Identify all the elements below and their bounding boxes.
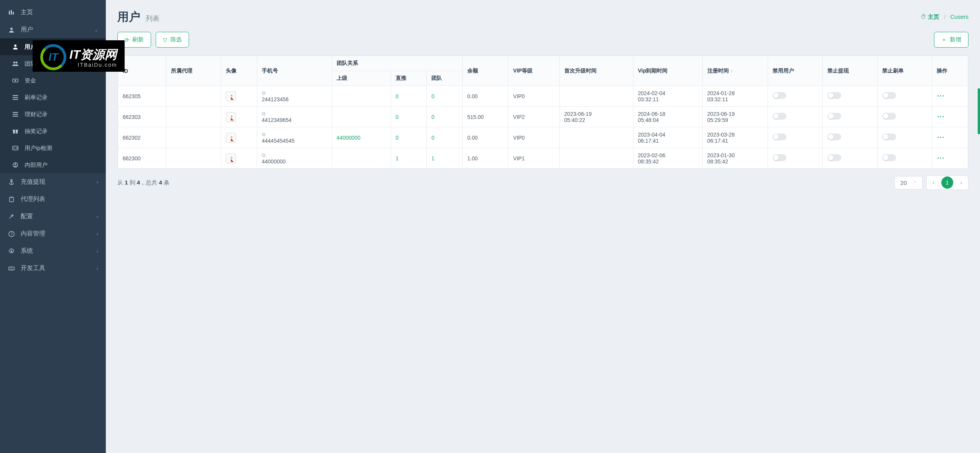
sidebar-item-label: 配置: [21, 212, 97, 221]
sidebar-item-label: 充值提现: [21, 178, 97, 186]
avatar-placeholder-icon: [226, 112, 236, 122]
svg-rect-2: [13, 12, 14, 15]
svg-point-4: [14, 44, 16, 47]
sidebar-subitem-1-5[interactable]: 抽奖记录: [0, 123, 106, 140]
col-balance[interactable]: 余额: [462, 56, 508, 86]
col-phone[interactable]: 手机号: [257, 56, 332, 86]
sidebar-item-7[interactable]: 开发工具‹: [0, 260, 106, 277]
col-vip[interactable]: VIP等级: [508, 56, 559, 86]
sidebar-item-2[interactable]: 充值提现‹: [0, 173, 106, 191]
toggle-ban-order[interactable]: [882, 113, 896, 120]
toggle-ban-order[interactable]: [882, 154, 896, 161]
col-vip-expire[interactable]: Vip到期时间: [633, 56, 702, 86]
toggle-ban-user[interactable]: [773, 154, 786, 161]
parent-link[interactable]: 44000000: [337, 135, 360, 141]
toggle-ban-withdraw[interactable]: [827, 133, 841, 140]
sidebar-item-3[interactable]: 代理列表: [0, 191, 106, 208]
col-direct[interactable]: 直推: [391, 71, 426, 86]
cell-balance: 1.00: [462, 148, 508, 169]
more-actions-button[interactable]: ⋮: [937, 134, 945, 140]
cell-ban-withdraw: [822, 107, 877, 127]
dashboard-icon: ⏱: [921, 13, 926, 20]
chevron-left-icon: ‹: [97, 249, 98, 254]
cell-agent: [166, 127, 221, 148]
sidebar-subitem-1-7[interactable]: 内部用户: [0, 156, 106, 173]
cell-op: ⋮: [932, 127, 968, 148]
col-parent[interactable]: 上级: [332, 71, 391, 86]
sidebar-item-label: 主页: [21, 8, 98, 16]
page-next-button[interactable]: ›: [954, 176, 968, 189]
toggle-ban-user[interactable]: [773, 133, 786, 140]
cell-first-upgrade: [559, 148, 633, 169]
cell-id: 662300: [118, 148, 166, 169]
copy-icon[interactable]: ⧉: [262, 152, 265, 158]
svg-rect-18: [13, 146, 18, 150]
cell-reg-time: 2023-01-3008:35:42: [702, 148, 768, 169]
more-actions-button[interactable]: ⋮: [937, 113, 945, 119]
page-prev-button[interactable]: ‹: [927, 176, 941, 189]
chevron-left-icon: ‹: [97, 180, 98, 185]
cell-team: 0: [427, 127, 462, 148]
sidebar-item-0[interactable]: 主页: [0, 4, 106, 21]
col-ban-user[interactable]: 禁用用户: [768, 56, 822, 86]
toggle-ban-order[interactable]: [882, 92, 896, 99]
sidebar-item-6[interactable]: 系统‹: [0, 242, 106, 260]
col-op: 操作: [932, 56, 968, 86]
add-button[interactable]: ＋ 新增: [934, 32, 968, 48]
sidebar-item-4[interactable]: 配置‹: [0, 208, 106, 225]
wrench-icon: [8, 213, 15, 221]
col-id[interactable]: ID: [118, 56, 166, 86]
col-agent[interactable]: 所属代理: [166, 56, 221, 86]
filter-icon: ▽: [163, 37, 167, 43]
add-label: 新增: [950, 36, 961, 43]
sidebar-subitem-1-2[interactable]: 资金: [0, 72, 106, 89]
toggle-ban-withdraw[interactable]: [827, 154, 841, 161]
sidebar-subitem-1-4[interactable]: 理财记录: [0, 106, 106, 123]
col-team[interactable]: 团队: [427, 71, 462, 86]
copy-icon[interactable]: ⧉: [262, 111, 265, 117]
avatar-placeholder-icon: [226, 153, 236, 163]
cell-id: 662305: [118, 86, 166, 107]
toggle-ban-withdraw[interactable]: [827, 113, 841, 120]
toggle-ban-withdraw[interactable]: [827, 92, 841, 99]
users-icon: [12, 60, 19, 68]
user-icon: [12, 43, 19, 51]
copy-icon[interactable]: ⧉: [262, 90, 265, 96]
cell-ban-withdraw: [822, 148, 877, 169]
sidebar-item-1[interactable]: 用户⌄: [0, 21, 106, 38]
more-actions-button[interactable]: ⋮: [937, 155, 945, 161]
col-ban-withdraw[interactable]: 禁止提现: [822, 56, 877, 86]
anchor-icon: [8, 178, 15, 186]
copy-icon[interactable]: ⧉: [262, 132, 265, 138]
breadcrumb-current[interactable]: Cusers: [950, 13, 968, 20]
svg-rect-38: [10, 269, 13, 269]
page-number-button[interactable]: 1: [941, 176, 954, 189]
toggle-ban-user[interactable]: [773, 113, 786, 120]
sidebar-item-label: 抽奖记录: [25, 128, 98, 135]
sidebar-subitem-1-3[interactable]: 刷单记录: [0, 89, 106, 106]
cell-agent: [166, 148, 221, 169]
cell-avatar: [221, 148, 257, 169]
breadcrumb-home[interactable]: 主页: [928, 13, 939, 20]
col-reg-time[interactable]: 注册时间↑: [702, 56, 768, 86]
sidebar-subitem-1-6[interactable]: 用户ip检测: [0, 140, 106, 156]
filter-button[interactable]: ▽ 筛选: [156, 32, 189, 48]
col-avatar[interactable]: 头像: [221, 56, 257, 86]
more-actions-button[interactable]: ⋮: [937, 92, 945, 99]
col-ban-order[interactable]: 禁止刷单: [877, 56, 932, 86]
id-icon: [12, 144, 19, 152]
sidebar-item-5[interactable]: ?内容管理‹: [0, 225, 106, 242]
svg-rect-12: [13, 112, 18, 113]
page-size-select[interactable]: 20 ⌃: [894, 176, 922, 189]
toggle-ban-order[interactable]: [882, 133, 896, 140]
cell-phone: ⧉244123456: [257, 86, 332, 107]
col-first-upgrade[interactable]: 首次升级时间: [559, 56, 633, 86]
list-icon: [12, 110, 19, 118]
toggle-ban-user[interactable]: [773, 92, 786, 99]
avatar-placeholder-icon: [226, 91, 236, 101]
cell-vip: VIP2: [508, 107, 559, 127]
sidebar-item-label: 用户: [21, 26, 94, 34]
cell-ban-order: [877, 107, 932, 127]
watermark-main: IT资源网: [69, 46, 117, 63]
chevron-left-icon: ‹: [97, 231, 98, 237]
